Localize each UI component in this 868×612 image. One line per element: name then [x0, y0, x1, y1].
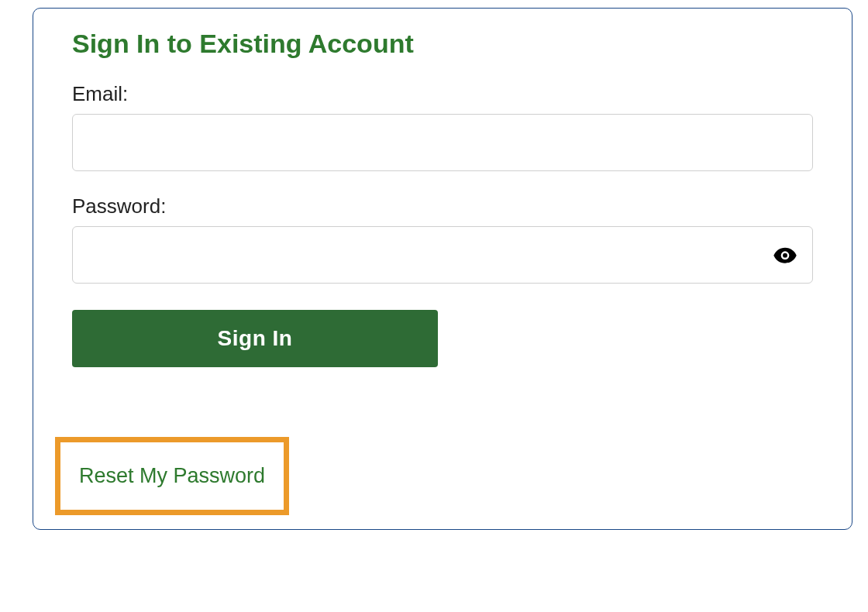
svg-point-1	[783, 253, 787, 258]
reset-password-link[interactable]: Reset My Password	[79, 464, 265, 487]
reset-highlight-box: Reset My Password	[55, 437, 289, 515]
email-label: Email:	[72, 82, 813, 106]
panel-title: Sign In to Existing Account	[72, 29, 813, 59]
password-wrapper	[72, 226, 813, 284]
email-input[interactable]	[72, 114, 813, 171]
eye-icon[interactable]	[773, 242, 797, 267]
reset-section: Reset My Password	[72, 437, 813, 515]
password-label: Password:	[72, 194, 813, 218]
password-form-group: Password:	[72, 194, 813, 284]
signin-button[interactable]: Sign In	[72, 310, 438, 367]
signin-panel: Sign In to Existing Account Email: Passw…	[33, 8, 852, 530]
email-form-group: Email:	[72, 82, 813, 171]
password-input[interactable]	[72, 226, 813, 284]
